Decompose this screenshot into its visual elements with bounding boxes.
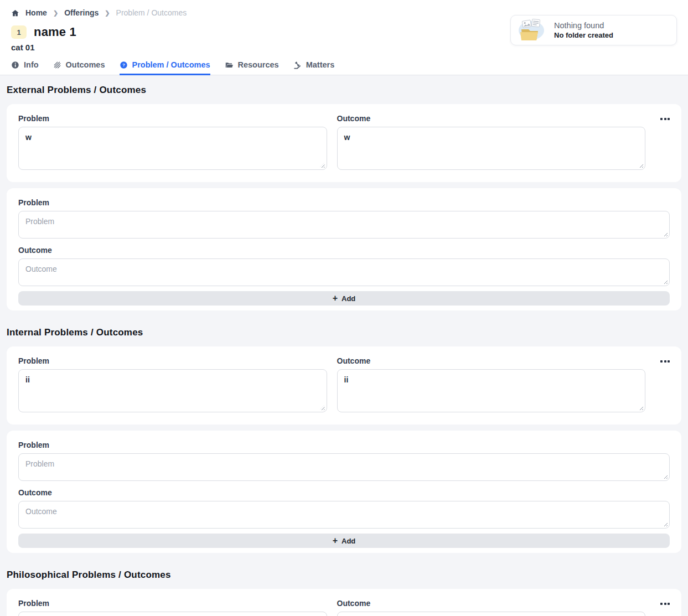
tab-label: Problem / Outcomes [132,60,210,69]
outcome-label: Outcome [337,599,646,608]
outcome-textarea[interactable]: p [337,612,646,616]
problem-label: Problem [18,441,670,450]
outcomes-texture-icon [53,61,61,69]
problem-label: Problem [18,599,327,608]
ellipsis-menu-button[interactable] [660,358,670,365]
outcome-textarea[interactable]: ii [337,369,646,412]
gavel-icon [293,61,302,69]
plus-icon [333,536,338,545]
plus-icon [333,294,338,303]
tab-resources[interactable]: Resources [225,60,279,75]
section-internal-problems: Internal Problems / Outcomes Problem ii … [7,327,681,553]
breadcrumb-home[interactable]: Home [25,8,47,17]
breadcrumb-offerings[interactable]: Offerings [64,8,99,17]
help-circle-icon: ? [120,61,128,69]
tab-label: Matters [306,60,335,69]
empty-state-subtitle: No folder created [554,31,613,39]
problem-input[interactable] [18,453,670,481]
tab-matters[interactable]: Matters [293,60,335,75]
section-title: External Problems / Outcomes [7,85,681,96]
tab-label: Resources [238,60,279,69]
info-icon [11,61,19,69]
ellipsis-menu-button[interactable] [660,115,670,123]
section-title: Philosophical Problems / Outcomes [7,570,681,581]
add-form-card: Problem Outcome Add [7,188,681,310]
problem-input[interactable] [18,211,670,239]
outcome-label: Outcome [18,488,670,498]
home-icon[interactable] [11,9,19,17]
tab-label: Info [24,60,39,69]
empty-folder-illustration [518,17,545,44]
add-button[interactable]: Add [18,291,670,306]
tab-label: Outcomes [66,60,105,69]
outcome-textarea[interactable]: w [337,127,646,170]
outcome-label: Outcome [337,114,646,123]
problem-label: Problem [18,198,670,208]
open-folder-icon [225,61,234,69]
section-external-problems: External Problems / Outcomes Problem w O… [7,85,681,310]
chevron-right-icon: ❯ [105,9,110,17]
folder-empty-state-card[interactable]: Nothing found No folder created [510,15,677,45]
tab-bar: Info Outcomes ? Problem / Outcomes Resou… [0,60,688,75]
empty-state-title: Nothing found [554,21,613,30]
chevron-right-icon: ❯ [53,9,58,17]
main-content: External Problems / Outcomes Problem w O… [0,85,688,616]
section-title: Internal Problems / Outcomes [7,327,681,338]
ellipsis-menu-button[interactable] [660,600,670,608]
outcome-input[interactable] [18,501,670,529]
add-button-label: Add [342,537,355,545]
svg-text:?: ? [122,63,125,68]
tab-outcomes[interactable]: Outcomes [53,60,105,75]
outcome-label: Outcome [337,356,646,366]
problem-label: Problem [18,356,327,366]
problem-textarea[interactable]: p [18,612,327,616]
outcome-input[interactable] [18,258,670,286]
tab-problem-outcomes[interactable]: ? Problem / Outcomes [120,60,210,75]
problem-label: Problem [18,114,327,123]
entry-card: Problem ii Outcome ii [7,346,681,425]
breadcrumb-current: Problem / Outcomes [116,8,187,17]
section-philosophical-problems: Philosophical Problems / Outcomes Proble… [7,570,681,616]
tab-info[interactable]: Info [11,60,39,75]
add-form-card: Problem Outcome Add [7,431,681,553]
problem-textarea[interactable]: ii [18,369,327,412]
add-button-label: Add [342,294,355,303]
entry-card: Problem p Outcome p [7,589,681,616]
outcome-label: Outcome [18,246,670,255]
id-badge: 1 [11,25,27,39]
page-title: name 1 [34,25,76,39]
problem-textarea[interactable]: w [18,127,327,170]
add-button[interactable]: Add [18,534,670,548]
page-header: Home ❯ Offerings ❯ Problem / Outcomes 1 … [0,0,688,75]
entry-card: Problem w Outcome w [7,104,681,182]
